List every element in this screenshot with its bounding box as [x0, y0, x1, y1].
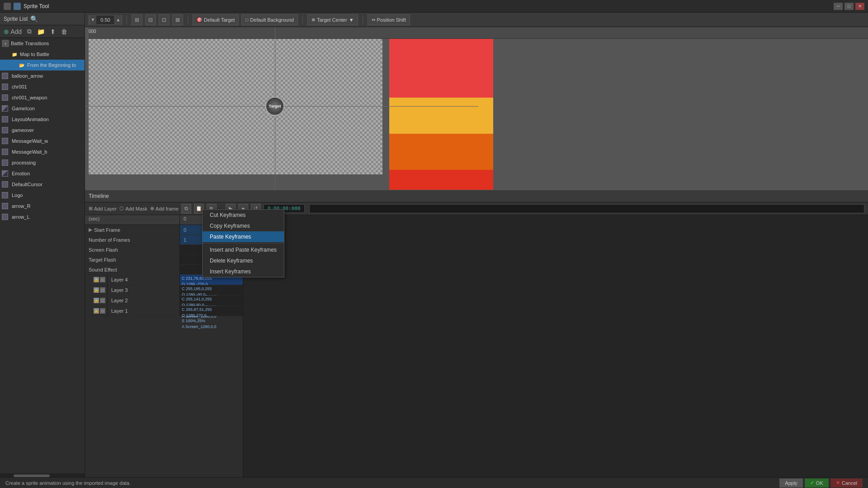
- sidebar-item-battle-transitions[interactable]: ▪ Battle Transitions: [0, 38, 85, 49]
- position-shift-label: Position Shift: [377, 17, 406, 23]
- ctx-delete-keyframes[interactable]: Delete Keyframes: [203, 255, 284, 266]
- ctx-paste-keyframes[interactable]: Paste Keyframes: [203, 231, 284, 242]
- fit-button[interactable]: ⊞: [132, 14, 142, 25]
- sprite-icon: [2, 94, 8, 101]
- layer4-vis-icon: □: [100, 277, 105, 282]
- close-button[interactable]: ✕: [855, 3, 864, 10]
- sprite-icon: [2, 214, 8, 220]
- sprite-list-header: Sprite List 🔍: [0, 13, 85, 25]
- viewport-counter: 000: [89, 29, 96, 34]
- color-block-orange: [389, 134, 493, 170]
- ctx-cut-keyframes[interactable]: Cut Keyframes: [203, 210, 284, 221]
- sidebar-item-map-to-battle[interactable]: 📁 Map to Battle: [0, 49, 85, 60]
- zoom-group: ▼ 0.50 ▲: [89, 15, 122, 25]
- ctx-separator: [203, 243, 284, 244]
- checker-pattern: [89, 39, 382, 174]
- timeline-right-panel: [243, 215, 868, 477]
- ok-button[interactable]: ✓ OK: [805, 479, 829, 488]
- toolbar: ▼ 0.50 ▲ ⊞ ⊟ ⊡ ⊠ 🎯 Default Target □ Defa…: [85, 13, 868, 27]
- sidebar-item-label: arrow_R: [12, 203, 31, 209]
- ctx-copy-keyframes[interactable]: Copy Keyframes: [203, 221, 284, 231]
- color-block-yellow: [389, 98, 493, 134]
- add-button[interactable]: ⊕ Add: [2, 27, 24, 36]
- toolbar-sep3: [302, 15, 303, 24]
- status-message: Create a sprite animation using the impo…: [5, 480, 131, 486]
- minimize-button[interactable]: ─: [834, 3, 843, 10]
- ctx-insert-paste-keyframes[interactable]: Insert and Paste Keyframes: [203, 244, 284, 255]
- maximize-button[interactable]: □: [844, 3, 854, 10]
- sidebar-item-messagewait-b[interactable]: MessageWait_b: [0, 146, 85, 157]
- sprite-icon: [2, 149, 8, 155]
- sprite-icon: [2, 160, 8, 166]
- zoom-control[interactable]: ▼ 0.50 ▲: [89, 15, 122, 25]
- sidebar-item-processing[interactable]: processing: [0, 157, 85, 168]
- sidebar-item-label: Map to Battle: [20, 52, 49, 57]
- add-mask-button[interactable]: ⬡ Add Mask: [119, 206, 147, 211]
- sidebar-item-chr001-weapon[interactable]: chr001_weapon: [0, 92, 85, 103]
- multi-icon: [2, 170, 8, 177]
- copy-button[interactable]: ⧉: [25, 27, 33, 36]
- sidebar-item-messagewait-w[interactable]: MessageWait_w: [0, 136, 85, 146]
- apply-label: Apply: [785, 480, 797, 486]
- timeline-layer3: 🔒 □ Layer 3 C 255,195,0,255 O 1280,-90,0…: [85, 285, 243, 296]
- num-frames-label: Number of Frames: [85, 235, 180, 244]
- grid-button[interactable]: ⊟: [145, 14, 156, 25]
- ok-label: OK: [816, 480, 823, 486]
- delete-button[interactable]: 🗑: [59, 27, 69, 36]
- add-frame-button[interactable]: ⊕ Add frame: [150, 206, 179, 211]
- sidebar-scrollbar[interactable]: [0, 474, 85, 477]
- layer3-data: C 255,195,0,255 O 1280,-90,0 S 100%,25% …: [180, 285, 243, 295]
- zoom-plus-button[interactable]: ▲: [114, 15, 122, 25]
- sidebar-item-label: processing: [12, 160, 36, 165]
- sidebar-item-gameicon[interactable]: GameIcon: [0, 103, 85, 114]
- crosshair-target: Target: [265, 97, 284, 116]
- apply-button[interactable]: Apply: [779, 479, 803, 488]
- timeline-title: Timeline: [89, 193, 109, 199]
- window-controls: ─ □ ✕: [834, 3, 864, 10]
- copy-tl-button[interactable]: ⧉: [181, 204, 191, 214]
- sidebar-item-balloon-arrow[interactable]: balloon_arrow: [0, 70, 85, 81]
- lock-icon: 🔒: [94, 277, 99, 282]
- sidebar-item-gameover[interactable]: gameover: [0, 125, 85, 136]
- sidebar-item-logo[interactable]: Logo: [0, 190, 85, 201]
- ruler: [89, 27, 868, 39]
- folder-button[interactable]: 📁: [35, 27, 47, 36]
- sidebar-item-from-beginning[interactable]: 📂 From the Beginning to: [0, 60, 85, 70]
- timeline-layer1: 🔒 □ Layer 1 C 255,87,51,255 O 1280,270,0…: [85, 306, 243, 316]
- sprite-icon: [2, 127, 8, 133]
- sidebar-item-default-cursor[interactable]: DefaultCursor: [0, 179, 85, 190]
- sidebar-item-arrow-l[interactable]: arrow_L: [0, 211, 85, 222]
- sound-effect-label: Sound Effect: [85, 265, 180, 274]
- frame-button[interactable]: ⊡: [159, 14, 170, 25]
- layer3-name: Layer 3: [108, 285, 180, 295]
- sidebar-item-chr001[interactable]: chr001: [0, 81, 85, 92]
- sidebar-item-label: Emotion: [12, 171, 30, 176]
- import-button[interactable]: ⬆: [48, 27, 57, 36]
- default-target-button[interactable]: 🎯 Default Target: [193, 14, 239, 25]
- position-shift-button[interactable]: ⇔ Position Shift: [368, 14, 410, 25]
- category-icon: ▪: [2, 40, 9, 47]
- settings-button[interactable]: ⊠: [172, 14, 183, 25]
- add-layer-button[interactable]: ⊞ Add Layer: [89, 206, 117, 211]
- sidebar-item-layout-animation[interactable]: LayoutAnimation: [0, 114, 85, 125]
- default-background-button[interactable]: □ Default Background: [241, 14, 298, 25]
- sprite-list-title: Sprite List: [4, 16, 28, 22]
- timeline-scrubber[interactable]: [309, 204, 864, 213]
- layer1-vis-icon: □: [100, 308, 105, 314]
- sidebar-item-arrow-r[interactable]: arrow_R: [0, 201, 85, 211]
- ctx-insert-keyframes[interactable]: Insert Keyframes: [203, 266, 284, 277]
- zoom-minus-button[interactable]: ▼: [89, 15, 96, 25]
- sidebar-item-emotion[interactable]: Emotion: [0, 168, 85, 179]
- lock-icon3: 🔒: [94, 287, 99, 293]
- layer1-name: Layer 1: [108, 306, 180, 316]
- sidebar-item-label: Battle Transitions: [11, 41, 49, 46]
- target-flash-label: Target Flash: [85, 255, 180, 264]
- sidebar-item-label: LayoutAnimation: [12, 117, 49, 122]
- multi-icon: [2, 105, 8, 112]
- cancel-button[interactable]: ✕ Cancel: [830, 479, 863, 488]
- timeline-layer2: 🔒 □ Layer 2 C 255,141,0,255 O 1280,90,0 …: [85, 296, 243, 306]
- target-center-button[interactable]: ⊕ Target Center ▼: [307, 14, 358, 25]
- context-menu: Cut Keyframes Copy Keyframes Paste Keyfr…: [202, 209, 284, 277]
- sidebar-item-label: From the Beginning to: [27, 62, 76, 68]
- col-header-sec: (sec): [85, 215, 180, 225]
